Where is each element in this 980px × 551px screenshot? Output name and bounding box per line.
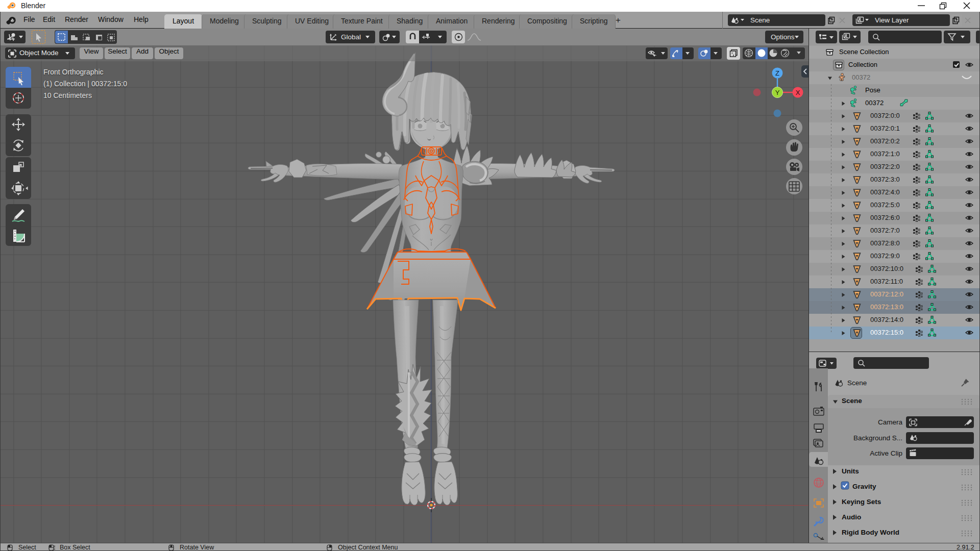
svg-text:Y: Y [775,89,780,96]
svg-text:X: X [796,89,800,96]
svg-text:Z: Z [775,69,779,77]
